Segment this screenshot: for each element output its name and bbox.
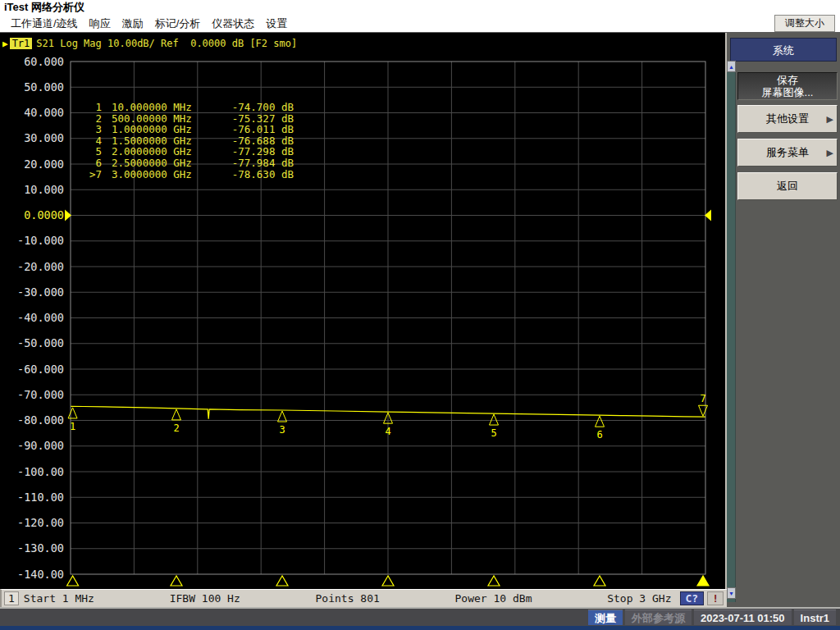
stop-frequency: Stop 3 GHz — [607, 592, 671, 605]
svg-text:-80.000: -80.000 — [17, 413, 64, 427]
menu-item-channel-trace[interactable]: 工作通道/迹线 — [5, 15, 84, 33]
menu-item-settings[interactable]: 设置 — [260, 15, 293, 33]
window-title: iTest 网络分析仪 — [0, 0, 840, 15]
instrument-bottom-bar: 测量 外部参考源 2023-07-11 01:50 Instr1 — [0, 607, 840, 630]
svg-text:-10.000: -10.000 — [17, 234, 64, 247]
other-settings-button[interactable]: 其他设置 ▶ — [737, 105, 838, 133]
active-trace-arrow-icon: ▶ — [2, 39, 8, 49]
alert-badge: ! — [707, 591, 724, 605]
softkey-scrollbar[interactable]: ▲ ▼ — [727, 61, 736, 602]
marker-readout-table: 110.000000 MHz-74.700 dB2500.00000 MHz-7… — [77, 102, 294, 180]
analyzer-screen: 60.00050.00040.00030.00020.00010.0000.00… — [0, 33, 727, 589]
svg-text:20.000: 20.000 — [24, 158, 64, 171]
svg-text:-30.000: -30.000 — [17, 285, 64, 299]
channel-status-bar: 1 Start 1 MHz IFBW 100 Hz Points 801 Pow… — [0, 589, 727, 607]
submenu-arrow-icon: ▶ — [827, 148, 833, 158]
svg-text:-20.000: -20.000 — [17, 260, 64, 273]
trace-format-text: S21 Log Mag 10.00dB/ Ref 0.0000 dB [F2 s… — [36, 38, 297, 49]
resize-button[interactable]: 调整大小 — [774, 15, 835, 32]
softkey-sidebar: 系统 ▲ ▼ 保存 屏幕图像... 其他设置 ▶ 服务菜单 ▶ 返回 — [727, 33, 840, 607]
marker-table-row: 41.5000000 GHz-76.688 dB — [77, 135, 294, 147]
ifbw-value: IFBW 100 Hz — [170, 592, 240, 605]
svg-text:-60.000: -60.000 — [17, 363, 64, 376]
marker-table-row: 2500.00000 MHz-75.327 dB — [77, 113, 294, 125]
external-reference-indicator: 外部参考源 — [625, 609, 692, 625]
service-menu-button[interactable]: 服务菜单 ▶ — [737, 139, 838, 167]
svg-text:50.000: 50.000 — [24, 80, 64, 94]
save-screen-image-label-1: 保存 — [777, 74, 798, 86]
svg-text:-100.00: -100.00 — [17, 465, 64, 478]
marker-table-row: >73.0000000 GHz-78.630 dB — [77, 169, 294, 180]
menu-bar: 工作通道/迹线 响应 激励 标记/分析 仪器状态 设置 调整大小 — [0, 15, 840, 33]
svg-text:-110.00: -110.00 — [17, 491, 64, 504]
marker-table-row: 52.0000000 GHz-77.298 dB — [77, 146, 294, 158]
back-button[interactable]: 返回 — [737, 172, 838, 200]
svg-text:-90.000: -90.000 — [17, 439, 64, 452]
submenu-arrow-icon: ▶ — [827, 114, 833, 125]
marker-table-row: 31.0000000 GHz-76.011 dB — [77, 124, 294, 135]
svg-text:-50.000: -50.000 — [17, 336, 64, 349]
points-value: Points 801 — [316, 592, 380, 605]
instrument-name: Instr1 — [794, 609, 836, 625]
measure-state-badge: 测量 — [588, 609, 623, 625]
svg-text:-120.00: -120.00 — [17, 516, 64, 529]
svg-text:-140.00: -140.00 — [17, 568, 64, 581]
save-screen-image-label-2: 屏幕图像... — [762, 86, 814, 98]
channel-number: 1 — [4, 591, 19, 605]
svg-text:10.000: 10.000 — [24, 183, 64, 196]
svg-text:40.000: 40.000 — [24, 106, 64, 119]
marker-table-row: 110.000000 MHz-74.700 dB — [77, 102, 294, 113]
softkey-menu-title: 系统 — [730, 38, 837, 62]
save-screen-image-button[interactable]: 保存 屏幕图像... — [737, 72, 838, 100]
menu-item-response[interactable]: 响应 — [84, 15, 116, 33]
service-menu-label: 服务菜单 — [766, 145, 809, 160]
svg-text:5: 5 — [491, 427, 496, 439]
menu-item-instrument-state[interactable]: 仪器状态 — [206, 15, 260, 33]
svg-text:-70.000: -70.000 — [17, 388, 64, 401]
trace-status-line: ▶ Tr1 S21 Log Mag 10.00dB/ Ref 0.0000 dB… — [2, 38, 297, 49]
svg-text:3: 3 — [279, 424, 285, 436]
back-label: 返回 — [777, 179, 798, 194]
marker-table-row: 62.5000000 GHz-77.984 dB — [77, 158, 294, 169]
power-value: Power 10 dBm — [455, 592, 532, 605]
svg-text:-40.000: -40.000 — [17, 311, 64, 324]
svg-text:4: 4 — [385, 426, 390, 437]
scroll-down-icon[interactable]: ▼ — [727, 587, 736, 599]
trace-label[interactable]: Tr1 — [10, 38, 33, 49]
menu-item-marker-analysis[interactable]: 标记/分析 — [149, 15, 207, 33]
svg-text:1: 1 — [70, 421, 75, 432]
start-frequency: Start 1 MHz — [24, 592, 94, 605]
datetime-display: 2023-07-11 01:50 — [694, 609, 792, 625]
menu-item-stimulus[interactable]: 激励 — [116, 15, 149, 33]
svg-text:-130.00: -130.00 — [17, 541, 64, 555]
scroll-up-icon[interactable]: ▲ — [727, 61, 736, 72]
svg-text:2: 2 — [173, 422, 179, 434]
correction-status-badge: C? — [680, 591, 705, 605]
svg-text:0.0000: 0.0000 — [24, 208, 64, 221]
svg-text:30.000: 30.000 — [24, 131, 64, 144]
other-settings-label: 其他设置 — [766, 112, 809, 126]
svg-text:60.000: 60.000 — [24, 55, 64, 68]
svg-text:7: 7 — [700, 393, 705, 404]
svg-text:6: 6 — [596, 429, 602, 441]
